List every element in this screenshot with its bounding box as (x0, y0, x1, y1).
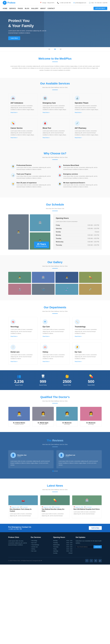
service-title: 24/7 Ambulance (11, 102, 35, 104)
dept-read-more[interactable]: Read More » (11, 336, 18, 337)
logo-icon: P (3, 1, 7, 5)
schedule-subtitle: More than 500 Clent Fitness Visit (21, 208, 89, 210)
appointment-button[interactable]: APPOINTMENT (94, 7, 107, 10)
news-image: 🚗 (8, 496, 38, 505)
slide-indicator-3[interactable]: 02 (60, 48, 61, 50)
stat-label: Saved Child (56, 384, 78, 386)
stat-item: 👶 2500 Saved Child (56, 374, 78, 386)
gallery-item[interactable]: 👨‍⚕️ (8, 272, 31, 283)
social-icon[interactable]: t (90, 559, 93, 562)
service-read-more[interactable]: Read More » (43, 112, 50, 113)
testimonial-role: Patient (17, 456, 27, 457)
schedule-img-2: 🏥 (30, 214, 50, 232)
gallery-item[interactable]: 🔬 (8, 284, 31, 295)
social-icon[interactable]: g+ (99, 559, 102, 562)
footer-hours-row: Saturday 9:00 - 5:00 (53, 550, 72, 552)
service-read-more[interactable]: Read More » (11, 112, 18, 113)
hero-cta-button[interactable]: Learn More (8, 36, 20, 40)
nav-contact[interactable]: CONTACT (48, 8, 55, 9)
footer-service-link[interactable]: › Neurology (31, 540, 50, 541)
testimonial-dot-3[interactable] (56, 470, 57, 472)
hours-note: Lorem ipsum dolor sit amet consectetur (56, 221, 99, 222)
dept-text: Lorem ipsum dolor sit amet, consectetur … (75, 328, 99, 334)
footer-hours-row: Monday 9:00 - 6:00 (53, 540, 72, 541)
nav-service[interactable]: SERVICE (9, 8, 16, 9)
service-text: Lorem ipsum dolor sit amet, consectetur … (75, 105, 99, 111)
dept-read-more[interactable]: Read More » (11, 361, 18, 362)
newsletter-button[interactable]: Subscribe (94, 545, 102, 548)
doctor-name: Dr. Andrew Barton (10, 422, 28, 424)
doctor-info: Dr. Andrew Barton Hospital Director (8, 421, 30, 426)
footer-hours-row: Wednesday 9:00 - 6:00 (53, 544, 72, 546)
testimonial-card: 👤 Houston Joe Patient Lorem ipsum dolor … (8, 450, 54, 468)
service-card: 🩸 Blood Test Lorem ipsum dolor sit amet,… (40, 118, 70, 141)
why-item: 🩸 Exclusive Blood BankLorem ipsum dolor … (58, 164, 99, 170)
dept-read-more[interactable]: Read More » (43, 361, 50, 362)
footer-service-link[interactable]: › Kidney (31, 548, 50, 550)
dept-icon: 🦴 (75, 319, 80, 324)
logo-text: Prolexe (7, 2, 15, 4)
why-item: 📊 Track your ProgressLorem ipsum dolor s… (11, 173, 52, 179)
gallery-thumb: 💊 (79, 272, 102, 283)
cta-call-button[interactable]: Call Us Now (89, 526, 102, 530)
testimonial-role: Patient (65, 456, 75, 457)
welcome-divider (52, 62, 58, 62)
footer-service-link[interactable]: › Eye Care (31, 542, 50, 544)
gallery-item[interactable]: 💊 (79, 272, 102, 283)
phone-text: +1 800 123 456 789 (59, 2, 70, 4)
stat-item: 💊 500 Saved Brith (80, 374, 102, 386)
social-icon[interactable]: f (85, 559, 89, 562)
stat-number: 999 (32, 379, 54, 384)
dept-read-more[interactable]: Read More » (75, 336, 82, 337)
doctor-photo: 👩‍⚕️ (32, 407, 54, 421)
footer-services-title: Our Services (31, 536, 50, 538)
services-section: Our Available Services More than 500 Cli… (0, 78, 110, 146)
dept-read-more[interactable]: Read More » (75, 361, 82, 362)
gallery-item[interactable]: 🩺 (32, 284, 55, 295)
footer-service-link[interactable]: › Traumatology (31, 544, 50, 546)
service-read-more[interactable]: Read More » (75, 137, 82, 138)
hero-heading: Protect You & Your Family (8, 18, 47, 28)
dept-icon: 👂 (75, 345, 80, 350)
service-read-more[interactable]: Read More » (11, 137, 18, 138)
dept-read-more[interactable]: Read More » (43, 336, 50, 337)
news-grid: 🚗 📅 August 10, 2020 💬 2 Comment Dine Abu… (8, 495, 102, 518)
nav-about[interactable]: ABOUT (40, 8, 46, 9)
slide-indicator-active[interactable]: 03 (54, 48, 56, 50)
service-card: 🏥 Emergency Care Lorem ipsum dolor sit a… (40, 93, 70, 116)
doctor-photo: 👩‍⚕️ (80, 407, 102, 421)
gallery-item[interactable]: 💉 (79, 284, 102, 295)
stat-label: Saved Youth (8, 384, 30, 386)
dept-icon: 🦷 (11, 345, 15, 350)
slide-indicator-1[interactable]: 01 (49, 48, 50, 50)
welcome-title: Welcome to the MediPlus (8, 57, 102, 60)
testimonial-dot-2[interactable] (55, 470, 55, 472)
hours-time: 9:00 AM - 6:00 PM (88, 224, 99, 226)
gallery-item[interactable]: 🏥 (32, 272, 55, 283)
nav-home[interactable]: HOME (3, 8, 7, 9)
service-read-more[interactable]: Read More » (43, 137, 50, 138)
exp-label: Working Experience (36, 246, 47, 247)
gallery-grid: 👨‍⚕️ 🏥 👩‍⚕️ 💊 🔬 🩺 🧬 💉 (8, 272, 102, 295)
footer-service-link[interactable]: › Dental care (31, 546, 50, 548)
newsletter-input[interactable] (76, 545, 94, 548)
nav-gallery[interactable]: GALLERY (31, 8, 38, 9)
gallery-item[interactable]: 🧬 (55, 284, 78, 295)
nav-links: HOME SERVICE PAGES BLOG GALLERY ABOUT CO… (3, 8, 55, 9)
stat-item: 👥 3,236 Saved Youth (8, 374, 30, 386)
schedule-title: Our Schedule (8, 203, 102, 206)
footer-service-link[interactable]: › Ear Care (31, 550, 50, 552)
testimonials-title: The Reviews (8, 439, 102, 442)
service-read-more[interactable]: Read More » (75, 112, 82, 113)
nav-blog[interactable]: BLOG (25, 8, 29, 9)
nav-pages[interactable]: PAGES (18, 8, 23, 9)
news-title: Best USA Medical Hospitals And Clinics (74, 508, 100, 510)
footer-grid: Prolexe Clinic Lorem ipsum dolor sit ame… (8, 536, 102, 554)
social-icon[interactable]: in (94, 559, 97, 562)
testimonial-dot-1[interactable] (53, 470, 54, 472)
stat-label: Saved Brith (80, 384, 102, 386)
gallery-item[interactable]: 👩‍⚕️ (55, 272, 78, 283)
dept-title: Our Departments (8, 306, 102, 309)
service-text: Lorem ipsum dolor sit amet, consectetur … (11, 105, 35, 111)
footer-day: Thursday (53, 546, 58, 548)
